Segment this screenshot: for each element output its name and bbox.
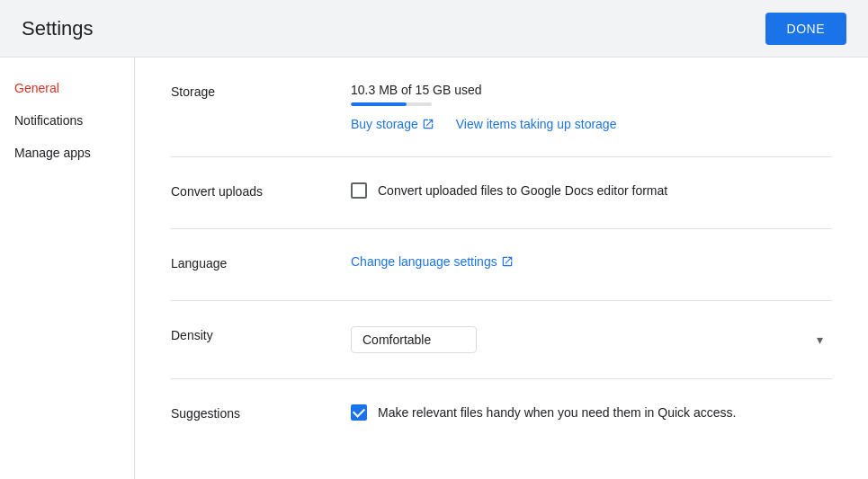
main-layout: General Notifications Manage apps Storag… [0, 58, 868, 479]
density-select-wrapper: Comfortable Cozy Compact ▾ [351, 326, 832, 353]
storage-row: Storage 10.3 MB of 15 GB used Buy storag… [171, 58, 832, 157]
done-button[interactable]: DONE [765, 13, 846, 45]
language-external-icon [501, 255, 514, 268]
sidebar-item-notifications[interactable]: Notifications [0, 104, 134, 137]
convert-uploads-label: Convert uploads [171, 182, 351, 199]
storage-bar-fill [351, 102, 407, 106]
select-arrow-icon: ▾ [817, 333, 823, 347]
external-link-icon [422, 118, 434, 130]
storage-bar [351, 102, 432, 106]
storage-links: Buy storage View items taking up storage [351, 117, 832, 131]
convert-uploads-content: Convert uploaded files to Google Docs ed… [351, 182, 832, 199]
density-row: Density Comfortable Cozy Compact ▾ [171, 301, 832, 379]
suggestions-checkbox[interactable] [351, 404, 367, 421]
sidebar: General Notifications Manage apps [0, 58, 135, 479]
view-items-link[interactable]: View items taking up storage [456, 117, 617, 131]
convert-uploads-checkbox[interactable] [351, 182, 367, 199]
language-row: Language Change language settings [171, 229, 832, 301]
density-label: Density [171, 326, 351, 342]
density-content: Comfortable Cozy Compact ▾ [351, 326, 832, 353]
page-title: Settings [22, 17, 94, 40]
storage-label: Storage [171, 83, 351, 99]
storage-used-text: 10.3 MB of 15 GB used [351, 83, 832, 97]
change-language-link[interactable]: Change language settings [351, 254, 832, 269]
suggestions-checkbox-label: Make relevant files handy when you need … [378, 405, 736, 420]
sidebar-item-general[interactable]: General [0, 72, 134, 104]
header: Settings DONE [0, 0, 868, 58]
language-content: Change language settings [351, 254, 832, 269]
density-select[interactable]: Comfortable Cozy Compact [351, 326, 477, 353]
suggestions-checkbox-row: Make relevant files handy when you need … [351, 404, 832, 421]
settings-content: Storage 10.3 MB of 15 GB used Buy storag… [135, 58, 868, 479]
suggestions-row: Suggestions Make relevant files handy wh… [171, 379, 832, 451]
convert-uploads-checkbox-label: Convert uploaded files to Google Docs ed… [378, 183, 667, 198]
storage-content: 10.3 MB of 15 GB used Buy storage [351, 83, 832, 131]
sidebar-item-manage-apps[interactable]: Manage apps [0, 137, 134, 169]
buy-storage-link[interactable]: Buy storage [351, 117, 434, 131]
convert-uploads-row: Convert uploads Convert uploaded files t… [171, 157, 832, 229]
suggestions-content: Make relevant files handy when you need … [351, 404, 832, 421]
suggestions-label: Suggestions [171, 404, 351, 421]
convert-checkbox-row: Convert uploaded files to Google Docs ed… [351, 182, 832, 199]
language-label: Language [171, 254, 351, 271]
